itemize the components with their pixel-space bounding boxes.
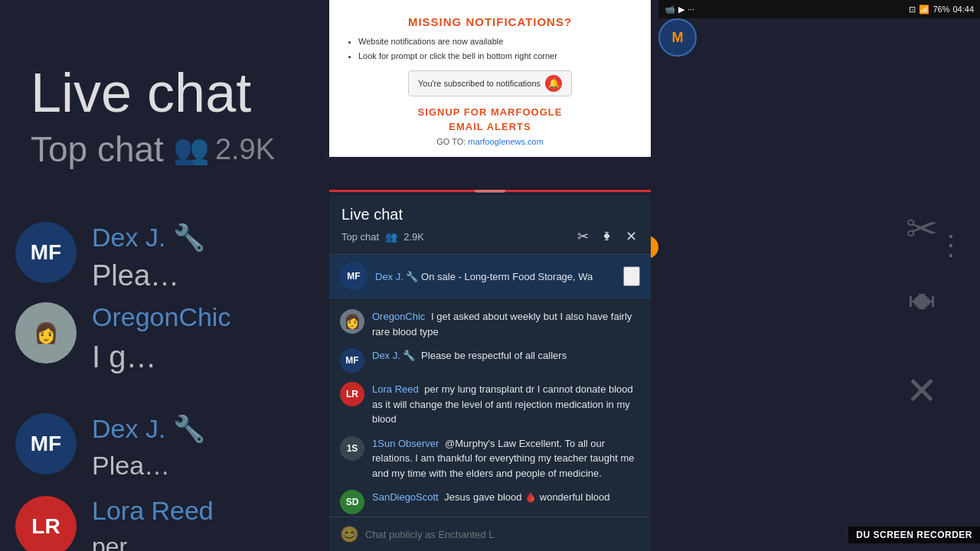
pinned-content: Dex J. 🔧 On sale - Long-term Food Storag… — [375, 271, 616, 282]
chat-input-area: 😊 — [329, 517, 651, 551]
cast-icon: ⊡ — [909, 5, 916, 15]
scissors-icon-bg: ✂ — [906, 207, 938, 251]
modal-subtitle-row: Top chat 👥 2.9K ✂ ⧳ ✕ — [341, 227, 639, 246]
du-recorder-badge: DU SCREEN RECORDER — [848, 527, 980, 543]
pinned-username: Dex J. — [375, 271, 403, 282]
lorareed-avatar: LR — [340, 382, 364, 406]
modal-icons: ✂ ⧳ ✕ — [576, 227, 639, 246]
notification-button[interactable]: You're subscribed to notifications 🔔 — [408, 70, 572, 96]
marfoogle-logo: M — [658, 18, 697, 57]
chat-msg-dexj: MF Dex J. 🔧 Please be respectful of all … — [329, 344, 651, 377]
status-right: ⊡ 📶 76% 04:44 — [909, 5, 974, 15]
bg-avatar-3: MF — [15, 413, 77, 474]
marfoogle-url[interactable]: marfooglenews.com — [468, 137, 543, 146]
chat-msg-1sun: 1S 1Sun Observer @Murphy's Law Excellent… — [329, 432, 651, 486]
oregonchic-msg: OregonChic I get asked about weekly but … — [372, 309, 640, 339]
battery-icon: 76% — [933, 5, 949, 14]
chat-input-field[interactable] — [365, 529, 640, 540]
missing-notifications-title: MISSING NOTIFICATIONS? — [345, 15, 635, 28]
chat-messages-list[interactable]: 👩 OregonChic I get asked about weekly bu… — [329, 298, 651, 517]
bg-avatar-1: MF — [15, 222, 77, 283]
bg-top-chat-row: Top chat 👥 2.9K — [31, 129, 275, 170]
status-bar: 📹 ▶ ··· ⊡ 📶 76% 04:44 — [658, 0, 980, 18]
1sun-msg: 1Sun Observer @Murphy's Law Excellent. T… — [372, 436, 640, 481]
goto-line: GO TO: marfooglenews.com — [345, 137, 635, 146]
pinned-icon: 🔧 — [406, 271, 418, 282]
wifi-icon: 📶 — [919, 5, 929, 15]
pinned-message: MF Dex J. 🔧 On sale - Long-term Food Sto… — [329, 255, 651, 298]
top-chat-label: Top chat — [341, 231, 379, 243]
close-icon-bg: ✕ — [906, 369, 938, 413]
scroll-indicator — [475, 190, 505, 193]
chat-msg-sandiegoscott: SD SanDiegoScott Jesus gave blood 🩸 wond… — [329, 485, 651, 517]
sandiegoscott-msg: SanDiegoScott Jesus gave blood 🩸 wonderf… — [372, 490, 640, 505]
bg-msg-2: OregonChic I g… — [92, 302, 230, 375]
dexj-text: Please be respectful of all callers — [421, 350, 567, 361]
bg-avatar-4: LR — [15, 496, 77, 551]
notification-card: M MISSING NOTIFICATIONS? Website notific… — [329, 0, 651, 157]
bg-avatar-2: 👩 — [15, 302, 77, 364]
time-display: 04:44 — [952, 5, 974, 14]
viewers-icon-modal: 👥 — [385, 231, 397, 243]
bg-msg-4: Lora Reed per — [92, 496, 214, 551]
status-left: 📹 ▶ ··· — [665, 5, 694, 15]
sandiegoscott-text: Jesus gave blood 🩸 wonderful blood — [444, 491, 609, 503]
live-chat-modal: Live chat Top chat 👥 2.9K ✂ ⧳ ✕ MF Dex J… — [329, 195, 651, 551]
bg-msg-3: Dex J. 🔧 Plea… — [92, 413, 205, 481]
pinned-text: On sale - Long-term Food Storage, Wa — [421, 271, 593, 282]
viewers-count: 2.9K — [403, 231, 424, 243]
bg-top-chat-text: Top chat — [31, 129, 164, 170]
emoji-button[interactable]: 😊 — [340, 525, 359, 543]
bullet-1: Website notifications are now available — [358, 34, 635, 49]
bell-red-dot: 🔔 — [545, 75, 562, 92]
viewers-icon: 👥 — [173, 132, 209, 166]
bell-button-wrapper: You're subscribed to notifications 🔔 — [345, 70, 635, 96]
sandiegoscott-name: SanDiegoScott — [372, 491, 439, 503]
dexj-msg: Dex J. 🔧 Please be respectful of all cal… — [372, 348, 640, 364]
dexj-name: Dex J. 🔧 — [372, 350, 415, 361]
pinned-avatar: MF — [340, 262, 368, 290]
notification-panel: 📹 ▶ ··· ⊡ 📶 76% 04:44 M MISSING NOTIFICA… — [329, 0, 651, 157]
chat-msg-oregonchic: 👩 OregonChic I get asked about weekly bu… — [329, 305, 651, 344]
bg-msg-1: Dex J. 🔧 Plea… — [92, 222, 205, 294]
sliders-icon-bg: ⧳ — [901, 294, 942, 326]
notification-bullets: Website notifications are now available … — [345, 34, 635, 63]
bullet-2: Look for prompt or click the bell in bot… — [358, 49, 635, 64]
signup-text: SIGNUP FOR MARFOOGLE EMAIL ALERTS — [345, 106, 635, 133]
yt-icon: ▶ — [678, 5, 684, 15]
bg-live-chat-title: Live chat — [31, 61, 251, 124]
modal-title: Live chat — [341, 206, 639, 223]
sliders-button[interactable]: ⧳ — [603, 228, 612, 245]
bg-viewers: 👥 2.9K — [173, 132, 275, 166]
lorareed-msg: Lora Reed per my lung transplant dr I ca… — [372, 382, 640, 427]
scissors-button[interactable]: ✂ — [576, 227, 590, 246]
bg-right-icons: ✂ ⧳ ✕ — [906, 207, 938, 413]
1sun-name: 1Sun Observer — [372, 438, 439, 449]
more-icon: ⋮ — [937, 222, 965, 262]
dexj-avatar: MF — [340, 348, 364, 373]
1sun-avatar: 1S — [340, 436, 364, 461]
oregonchic-name: OregonChic — [372, 311, 425, 322]
lorareed-name: Lora Reed — [372, 383, 419, 395]
button-text: You're subscribed to notifications — [418, 79, 541, 88]
close-button[interactable]: ✕ — [624, 227, 639, 246]
modal-subtitle: Top chat 👥 2.9K — [341, 231, 424, 243]
pinned-more-button[interactable]: ⋮ — [623, 266, 640, 286]
sandiegoscott-avatar: SD — [340, 490, 364, 514]
more-apps-icon: ··· — [688, 5, 694, 14]
marfoogle-logo-wrapper: M — [658, 18, 697, 57]
chat-msg-lorareed: LR Lora Reed per my lung transplant dr I… — [329, 377, 651, 432]
oregonchic-avatar: 👩 — [340, 309, 364, 334]
camera-icon: 📹 — [665, 5, 675, 15]
modal-header: Live chat Top chat 👥 2.9K ✂ ⧳ ✕ — [329, 195, 651, 255]
